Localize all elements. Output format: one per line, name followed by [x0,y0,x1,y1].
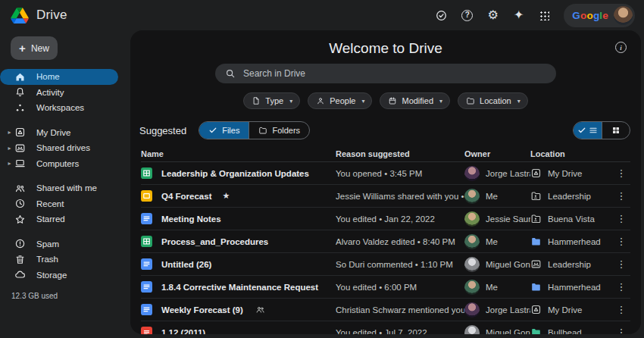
sidebar-item-spam[interactable]: Spam [0,236,118,252]
sidebar-item-storage[interactable]: Storage [0,268,118,283]
sharedrivebadge-icon [530,258,542,270]
location-cell[interactable]: My Drive [530,167,612,179]
computers-icon [14,158,26,169]
gemini-sparkle-icon[interactable]: ✦ [512,9,525,22]
name-cell: Leadership & Organization Updates [141,167,336,179]
drivebadge-icon [530,167,542,179]
sidebar-item-label: My Drive [36,128,70,137]
apps-grid-icon[interactable] [538,9,551,22]
settings-gear-icon[interactable]: ⚙ [486,9,499,22]
filter-chip-label: Type [265,96,283,105]
sidebar-item-label: Trash [36,255,58,264]
sidebar-item-recent[interactable]: Recent [0,196,118,212]
owner-cell: Miguel Gonza... [464,325,530,335]
drivebadge-icon [530,304,542,315]
reason-cell: You edited • Jul 7, 2022 [336,328,464,335]
header-location: Location [530,149,612,158]
table-row[interactable]: 1.12 (2011)You edited • Jul 7, 2022Migue… [141,321,630,334]
owner-avatar [464,166,480,181]
row-menu-button[interactable]: ⋮ [617,258,627,270]
sidebar-item-shared-drives[interactable]: ▸Shared drives [0,140,118,156]
filter-chip-location[interactable]: Location▾ [458,92,528,109]
reason-cell: Alvaro Valdez edited • 8:40 PM [336,237,464,246]
row-menu-button[interactable]: ⋮ [617,190,627,202]
location-name: Hammerhead [548,237,601,246]
home-icon [14,71,26,83]
sidebar-item-label: Recent [36,199,64,208]
expand-arrow-icon[interactable]: ▸ [5,145,14,152]
shared-people-icon [255,305,265,315]
expand-arrow-icon[interactable]: ▸ [5,129,14,136]
toggle-files[interactable]: Files [199,122,249,139]
location-cell[interactable]: Hammerhead [530,281,612,293]
filter-chip-people[interactable]: People▾ [308,92,372,109]
table-row[interactable]: Leadership & Organization UpdatesYou ope… [141,162,630,185]
sidebar-group: ▸My Drive▸Shared drives▸Computers [0,125,130,172]
sidebar-item-my-drive[interactable]: ▸My Drive [0,125,118,141]
sidebar-item-label: Computers [36,159,79,168]
sidebar-item-starred[interactable]: Starred [0,211,118,227]
table-row[interactable]: Meeting NotesYou edited • Jan 22, 2022Je… [141,208,630,230]
table-row[interactable]: 1.8.4 Corrective Maintenance RequestYou … [141,276,630,299]
suggested-table: Name Reason suggested Owner Location Lea… [141,146,630,334]
help-icon[interactable]: ? [461,9,474,22]
menu-cell: ⋮ [612,258,630,270]
menu-cell: ⋮ [612,327,630,334]
list-view-button[interactable] [574,122,602,139]
search-input[interactable] [243,68,546,79]
table-row[interactable]: Process_and_ProceduresAlvaro Valdez edit… [141,230,630,253]
owner-name: Jorge Lastra [486,169,530,178]
grid-view-icon [611,126,621,135]
row-menu-button[interactable]: ⋮ [617,304,627,315]
search-bar[interactable] [215,64,556,83]
reason-cell: You opened • 3:45 PM [336,169,464,178]
filter-chip-modified[interactable]: Modified▾ [380,92,450,109]
sidebar-item-label: Workspaces [36,103,84,112]
sidebar-item-shared-with-me[interactable]: Shared with me [0,180,118,196]
sidebar-group: HomeActivityWorkspaces [0,69,130,116]
location-cell[interactable]: My Drive [530,304,612,315]
google-account-pill[interactable]: Google [564,4,635,27]
star-icon: ★ [222,191,230,201]
owner-avatar [464,325,480,335]
sidebar-item-home[interactable]: Home [0,69,118,85]
sidebar-item-activity[interactable]: Activity [0,85,118,101]
row-menu-button[interactable]: ⋮ [617,236,627,247]
list-view-icon [589,126,598,135]
folder-icon [466,96,475,105]
location-cell[interactable]: Bullhead [530,327,612,334]
location-cell[interactable]: Buena Vista [530,213,612,224]
row-menu-button[interactable]: ⋮ [617,327,627,334]
table-row[interactable]: Untitled (26)So Duri commented • 1:10 PM… [141,253,630,276]
table-row[interactable]: Weekly Forecast (9)Christian Schwarz men… [141,299,630,321]
info-icon[interactable]: i [615,42,627,53]
owner-avatar [464,189,480,204]
user-avatar[interactable] [614,6,633,25]
sidebar-item-trash[interactable]: Trash [0,252,118,268]
menu-cell: ⋮ [612,304,630,315]
owner-cell: Jorge Lastra [464,302,530,318]
expand-arrow-icon[interactable]: ▸ [5,160,14,167]
new-button[interactable]: + New [11,36,58,60]
sidebar-item-workspaces[interactable]: Workspaces [0,100,118,116]
row-menu-button[interactable]: ⋮ [617,281,627,293]
location-cell[interactable]: Leadership [530,190,612,202]
row-menu-button[interactable]: ⋮ [617,213,627,224]
menu-cell: ⋮ [612,236,630,247]
owner-name: Jessie Saund... [486,214,530,224]
sheets-file-icon [141,236,152,247]
table-row[interactable]: Q4 Forecast★Jessie Williams shared with … [141,185,630,208]
foldergreen-icon [530,327,542,334]
grid-view-button[interactable] [602,122,630,139]
offline-status-icon[interactable] [435,9,448,22]
sidebar-item-computers[interactable]: ▸Computers [0,156,118,172]
toggle-folders[interactable]: Folders [249,122,309,139]
menu-cell: ⋮ [612,213,630,224]
drive-brand[interactable]: Drive [11,8,67,23]
header-owner: Owner [464,149,530,158]
filter-chip-label: People [330,96,355,105]
location-cell[interactable]: Leadership [530,258,612,270]
row-menu-button[interactable]: ⋮ [617,167,627,179]
filter-chip-type[interactable]: Type▾ [243,92,300,109]
location-cell[interactable]: Hammerhead [530,236,612,247]
